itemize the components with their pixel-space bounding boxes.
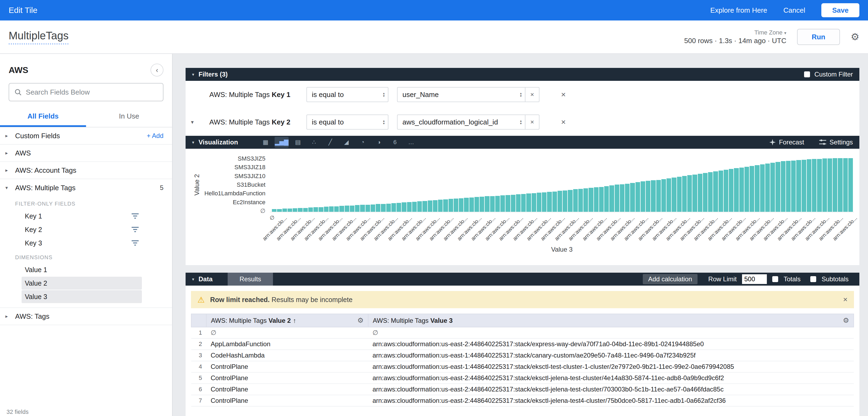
save-button[interactable]: Save — [822, 3, 859, 17]
dimension-item-value-2[interactable]: Value 2 — [22, 277, 142, 290]
scatter-plot-icon[interactable]: ∴ — [307, 137, 321, 148]
chart-bar — [511, 195, 516, 212]
filter-value-select-value: aws_cloudformation_logical_id — [402, 118, 498, 126]
chart-bar — [277, 209, 282, 212]
filter-operator-select[interactable]: is equal to▴▾ — [306, 114, 389, 130]
area-chart-icon[interactable]: ◢ — [339, 137, 353, 148]
table-row: 6ControlPlanearn:aws:cloudformation:us-e… — [191, 384, 854, 395]
remove-filter-button[interactable]: × — [561, 117, 566, 127]
tile-name[interactable]: MultipleTags — [9, 30, 68, 44]
row-limit-input[interactable] — [742, 274, 767, 284]
donut-chart-icon[interactable]: ◔ — [355, 137, 370, 148]
clear-value-button[interactable]: × — [525, 114, 539, 130]
sidebar-group-tags[interactable]: ▸ AWS: Tags — [0, 308, 172, 325]
clear-value-button[interactable]: × — [525, 87, 539, 102]
totals-checkbox[interactable] — [772, 276, 778, 282]
chart-bar — [345, 206, 349, 212]
filter-value-select[interactable]: user_Name▴▾ — [397, 87, 525, 102]
chart-bar — [682, 176, 687, 212]
chevron-right-icon: ▸ — [5, 167, 15, 173]
chart-bar — [459, 198, 463, 212]
horizontal-bar-chart-icon[interactable]: ▤ — [291, 137, 305, 148]
sidebar-collapse-button[interactable]: ‹ — [151, 64, 163, 76]
chart-bar — [360, 205, 365, 212]
field-item-key-3[interactable]: Key 3 — [22, 237, 142, 249]
cell-value2: ControlPlane — [206, 384, 368, 395]
filter-field-icon[interactable] — [132, 213, 138, 219]
data-tab[interactable]: ▾ Data — [186, 275, 213, 283]
chart-bar — [573, 189, 578, 212]
chart-bar — [397, 203, 401, 212]
field-item-key-1[interactable]: Key 1 — [22, 210, 142, 222]
chart-bar — [287, 209, 292, 212]
filter-row-chevron-icon[interactable]: ▾ — [191, 119, 194, 125]
visualization-section-header[interactable]: ▾ Visualization ▦▂▅▇▤∴╱◢◔◑6… Forecast Se… — [186, 136, 859, 149]
table-chart-icon[interactable]: ▦ — [258, 137, 273, 148]
run-button[interactable]: Run — [797, 29, 840, 45]
chart-bar — [677, 177, 682, 212]
dimension-item-value-3[interactable]: Value 3 — [22, 290, 142, 303]
filters-section-header[interactable]: ▾ Filters (3) Custom Filter — [186, 68, 859, 81]
search-input[interactable] — [26, 88, 157, 97]
table-row: 1∅∅ — [191, 327, 854, 338]
chart-bar — [392, 203, 396, 212]
chart-bar — [651, 180, 655, 212]
filter-operator-select[interactable]: is equal to▴▾ — [306, 87, 389, 102]
chart-bar — [713, 171, 718, 212]
sidebar-item-custom-fields[interactable]: ▸ Custom Fields + Add — [0, 128, 172, 145]
chart-bar — [479, 197, 484, 212]
sidebar-group-aws[interactable]: ▸ AWS — [0, 145, 172, 162]
forecast-button[interactable]: Forecast — [769, 138, 804, 146]
value2-column-header[interactable]: AWS: Multiple Tags Value 2↑ ⚙ — [206, 314, 368, 327]
search-icon — [14, 89, 22, 96]
filter-field-icon[interactable] — [132, 240, 138, 246]
bar-chart-icon[interactable]: ▂▅▇ — [275, 137, 289, 148]
add-custom-field-button[interactable]: + Add — [147, 132, 163, 140]
tab-all-fields[interactable]: All Fields — [0, 108, 86, 127]
custom-filter-checkbox[interactable] — [804, 71, 810, 77]
filter-value-select-value: user_Name — [402, 91, 439, 99]
filter-field-icon[interactable] — [132, 227, 138, 232]
chart-bar — [625, 184, 629, 212]
value3-column-header[interactable]: AWS: Multiple Tags Value 3 ⚙ — [368, 314, 854, 327]
viz-settings-button[interactable]: Settings — [819, 138, 853, 146]
field-label: Key 2 — [25, 226, 42, 234]
gear-icon[interactable]: ⚙ — [851, 32, 859, 42]
chart-bar — [775, 162, 780, 212]
x-axis-label: Value 3 — [270, 246, 854, 253]
dismiss-warning-button[interactable]: × — [843, 295, 847, 304]
sidebar-group-multiple-tags[interactable]: ▾ AWS: Multiple Tags 5 — [0, 179, 172, 197]
timezone-selector[interactable]: Time Zone ▾ — [754, 29, 786, 36]
tab-in-use[interactable]: In Use — [86, 108, 172, 127]
dimension-item-value-1[interactable]: Value 1 — [22, 263, 142, 276]
subtotals-checkbox[interactable] — [810, 276, 816, 282]
chart-bar — [578, 189, 583, 212]
chart-bar — [791, 161, 796, 212]
pie-chart-icon[interactable]: ◑ — [372, 137, 386, 148]
plot-area — [270, 158, 854, 212]
single-value-icon[interactable]: 6 — [388, 137, 402, 148]
filter-value-select[interactable]: aws_cloudformation_logical_id▴▾ — [397, 114, 525, 130]
chart-bar — [386, 204, 391, 212]
chart-bar — [366, 205, 370, 212]
chart-bar — [350, 206, 354, 212]
chart-bar — [630, 183, 635, 212]
main-panel: ▾ Filters (3) Custom Filter AWS: Multipl… — [173, 54, 868, 416]
chart-bar — [734, 168, 739, 212]
cancel-button[interactable]: Cancel — [783, 6, 805, 14]
sidebar-group-account-tags[interactable]: ▸ AWS: Account Tags — [0, 162, 172, 179]
row-limit-label: Row Limit — [708, 275, 737, 283]
field-item-key-2[interactable]: Key 2 — [22, 223, 142, 236]
chart-bar — [765, 164, 770, 212]
remove-filter-button[interactable]: × — [561, 90, 566, 99]
add-calculation-button[interactable]: Add calculation — [643, 274, 698, 284]
line-chart-icon[interactable]: ╱ — [323, 137, 337, 148]
results-tab[interactable]: Results — [228, 273, 273, 286]
chart-bar — [609, 185, 614, 212]
column-gear-icon[interactable]: ⚙ — [358, 316, 364, 325]
column-gear-icon[interactable]: ⚙ — [843, 316, 849, 325]
explore-from-here-link[interactable]: Explore from Here — [710, 6, 767, 14]
chevron-down-icon: ▾ — [784, 31, 786, 35]
more-charts-icon[interactable]: … — [404, 137, 418, 148]
chart-bar — [848, 158, 853, 212]
